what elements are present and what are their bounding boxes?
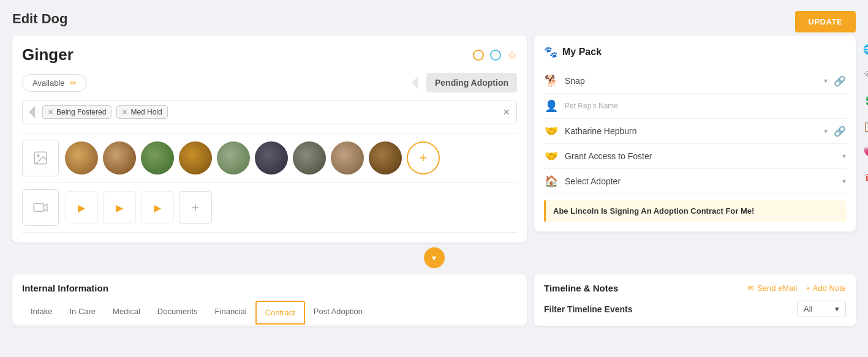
- tag-x-2[interactable]: ✕: [122, 108, 127, 116]
- sidebar-icons: 🌐 👁 💲 📋 💗 🗑: [861, 36, 868, 186]
- dog-name: Ginger: [22, 45, 74, 64]
- select-adopter-row: 🏠 Select Adopter ▾: [544, 169, 846, 194]
- add-photo-button[interactable]: +: [407, 141, 440, 175]
- status-badge[interactable]: Available ✏: [22, 74, 87, 92]
- internal-info-card: Internal Information Intake In Care Medi…: [12, 274, 527, 326]
- page-title: Edit Dog: [12, 11, 856, 27]
- tab-contract[interactable]: Contract: [255, 301, 305, 325]
- pending-badge: Pending Adoption: [426, 73, 517, 92]
- filter-select[interactable]: All ▾: [797, 301, 846, 317]
- filter-chevron-icon: ▾: [835, 304, 839, 314]
- trash-sidebar-icon[interactable]: 🗑: [861, 169, 868, 186]
- photos-row: +: [22, 133, 517, 183]
- select-adopter-label: Select Adopter: [565, 176, 836, 186]
- tab-in-care[interactable]: In Care: [61, 301, 104, 325]
- expand-row: ▾: [12, 247, 856, 268]
- tags-close-icon[interactable]: ✕: [503, 107, 510, 117]
- tab-intake[interactable]: Intake: [22, 301, 61, 325]
- pet-rep-label: Pet Rep's Name: [565, 102, 846, 110]
- internal-info-title: Internal Information: [12, 274, 527, 293]
- add-video-button[interactable]: +: [179, 191, 212, 224]
- filter-label: Filter Timeline Events: [544, 304, 632, 314]
- handshake-icon-2: 🤝: [544, 149, 559, 163]
- globe-sidebar-icon[interactable]: 🌐: [861, 40, 868, 58]
- contract-notice: Abe Lincoln Is Signing An Adoption Contr…: [544, 200, 846, 222]
- my-pack-card: 🐾 My Pack 🐕 Snap ▾ 🔗 👤 Pet Rep's Name 🤝 …: [534, 36, 856, 231]
- video-thumb-3[interactable]: ▶: [141, 191, 174, 224]
- home-icon: 🏠: [544, 175, 559, 188]
- add-note-button[interactable]: + Add Note: [806, 284, 846, 293]
- video-thumb-1[interactable]: ▶: [65, 191, 98, 224]
- photo-7[interactable]: [293, 141, 326, 175]
- grant-foster-label: Grant Access to Foster: [565, 151, 836, 161]
- photo-placeholder-icon[interactable]: [22, 140, 59, 176]
- video-placeholder-icon[interactable]: [22, 189, 59, 226]
- circle-icon-orange[interactable]: [473, 50, 484, 61]
- tag-x-1[interactable]: ✕: [48, 108, 53, 116]
- snap-dropdown-icon[interactable]: ▾: [824, 77, 828, 85]
- photo-9[interactable]: [369, 141, 402, 175]
- foster-row: 🤝 Katharine Hepburn ▾ 🔗: [544, 119, 846, 144]
- heart-sidebar-icon[interactable]: 💗: [861, 143, 868, 160]
- status-row: Available ✏ Pending Adoption: [22, 73, 517, 92]
- bottom-grid: Internal Information Intake In Care Medi…: [12, 274, 856, 326]
- send-email-button[interactable]: ✉ Send eMail: [747, 284, 797, 293]
- photo-4[interactable]: [179, 141, 212, 175]
- photo-2[interactable]: [103, 141, 136, 175]
- foster-dropdown-icon[interactable]: ▾: [824, 127, 828, 135]
- foster-label: Katharine Hepburn: [565, 126, 818, 136]
- timeline-actions: ✉ Send eMail + Add Note: [747, 284, 846, 293]
- filter-row: Filter Timeline Events All ▾: [544, 301, 846, 317]
- tab-medical[interactable]: Medical: [104, 301, 149, 325]
- pending-label: Pending Adoption: [435, 78, 508, 88]
- tabs-row: Intake In Care Medical Documents Financi…: [12, 301, 527, 325]
- expand-button[interactable]: ▾: [424, 247, 445, 268]
- plus-icon: +: [806, 284, 810, 293]
- filter-value: All: [804, 304, 812, 314]
- tab-post-adoption[interactable]: Post Adoption: [305, 301, 371, 325]
- adopter-dropdown-icon[interactable]: ▾: [842, 177, 846, 186]
- dollar-sidebar-icon[interactable]: 💲: [861, 92, 868, 109]
- dog-edit-card: Ginger ☆ Available ✏ Pending Adoption: [12, 36, 527, 242]
- dog-icon: 🐕: [544, 74, 559, 88]
- tab-financial[interactable]: Financial: [206, 301, 255, 325]
- add-note-label: Add Note: [813, 284, 846, 293]
- star-icon[interactable]: ☆: [507, 48, 517, 62]
- tag-label-2: Med Hold: [130, 108, 162, 116]
- snap-row: 🐕 Snap ▾ 🔗: [544, 69, 846, 94]
- my-pack-header: 🐾 My Pack: [544, 45, 846, 59]
- photo-6[interactable]: [255, 141, 288, 175]
- foster-link-icon[interactable]: 🔗: [834, 126, 846, 137]
- person-icon: 👤: [544, 99, 559, 113]
- svg-rect-2: [34, 204, 43, 212]
- videos-row: ▶ ▶ ▶ +: [22, 183, 517, 233]
- eye-sidebar-icon[interactable]: 👁: [861, 66, 868, 83]
- timeline-card: Timeline & Notes ✉ Send eMail + Add Note…: [534, 274, 856, 326]
- tag-label-1: Being Fostered: [56, 108, 106, 116]
- snap-link-icon[interactable]: 🔗: [834, 75, 846, 87]
- paw-icon: 🐾: [544, 45, 557, 59]
- tab-documents[interactable]: Documents: [149, 301, 206, 325]
- tag-being-fostered[interactable]: ✕ Being Fostered: [42, 105, 111, 119]
- photo-1[interactable]: [65, 141, 98, 175]
- snap-label: Snap: [565, 76, 818, 86]
- timeline-header: Timeline & Notes ✉ Send eMail + Add Note: [544, 283, 846, 293]
- timeline-title: Timeline & Notes: [544, 283, 618, 293]
- photo-3[interactable]: [141, 141, 174, 175]
- photo-8[interactable]: [331, 141, 364, 175]
- tag-med-hold[interactable]: ✕ Med Hold: [116, 105, 167, 119]
- photo-5[interactable]: [217, 141, 250, 175]
- tags-row: ✕ Being Fostered ✕ Med Hold ✕: [22, 100, 517, 124]
- circle-icon-blue[interactable]: [490, 50, 501, 61]
- copy-sidebar-icon[interactable]: 📋: [861, 118, 868, 135]
- pencil-icon: ✏: [70, 78, 77, 88]
- update-button[interactable]: UPDATE: [795, 11, 856, 32]
- pet-rep-row: 👤 Pet Rep's Name: [544, 94, 846, 119]
- dog-header: Ginger ☆: [22, 45, 517, 64]
- tag-arrow: [29, 106, 35, 118]
- my-pack-title: My Pack: [562, 47, 602, 58]
- video-thumb-2[interactable]: ▶: [103, 191, 136, 224]
- grant-dropdown-icon[interactable]: ▾: [842, 152, 846, 160]
- videos-list: ▶ ▶ ▶ +: [65, 191, 212, 224]
- svg-point-1: [37, 155, 39, 157]
